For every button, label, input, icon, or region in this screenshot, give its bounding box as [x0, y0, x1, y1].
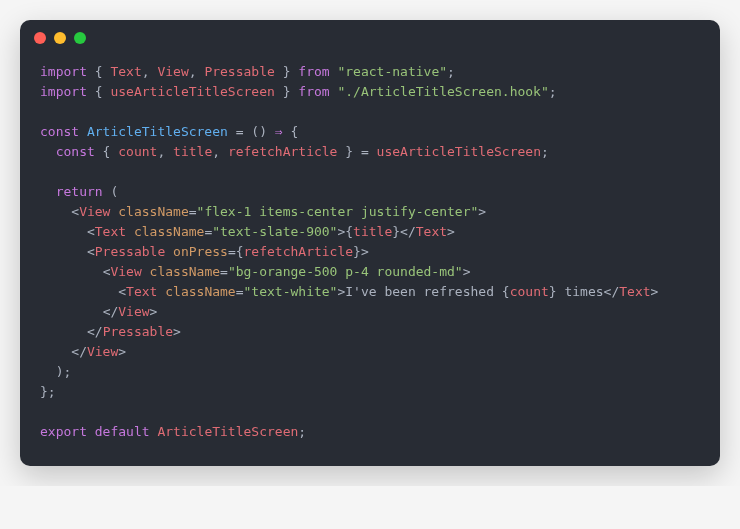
- code-line: <Pressable onPress={refetchArticle}>: [40, 242, 700, 262]
- token-pn: ,: [142, 64, 158, 79]
- token-id: count: [118, 144, 157, 159]
- token-pn: ;: [447, 64, 455, 79]
- token-tag: View: [79, 204, 110, 219]
- token-id: useArticleTitleScreen: [377, 144, 541, 159]
- code-line: <View className="bg-orange-500 p-4 round…: [40, 262, 700, 282]
- token-tagp: </: [103, 304, 119, 319]
- token-str: "flex-1 items-center justify-center": [197, 204, 479, 219]
- token-fn: ArticleTitleScreen: [87, 124, 228, 139]
- token-txt: I've been refreshed: [345, 284, 502, 299]
- token-tagp: </: [604, 284, 620, 299]
- token-pn: =: [236, 284, 244, 299]
- token-pn: [40, 264, 103, 279]
- token-tag: Text: [126, 284, 157, 299]
- code-line: [40, 102, 700, 122]
- token-kw: default: [95, 424, 150, 439]
- token-tagp: >: [150, 304, 158, 319]
- token-pn: {: [87, 64, 110, 79]
- token-pn: ={: [228, 244, 244, 259]
- token-pn: [165, 244, 173, 259]
- token-tagp: <: [87, 244, 95, 259]
- code-line: </Pressable>: [40, 322, 700, 342]
- token-tagp: >: [651, 284, 659, 299]
- token-kw: import: [40, 84, 87, 99]
- token-attr: className: [118, 204, 188, 219]
- token-id: View: [157, 64, 188, 79]
- token-pn: ,: [189, 64, 205, 79]
- code-line: import { useArticleTitleScreen } from ".…: [40, 82, 700, 102]
- token-pn: }: [353, 244, 361, 259]
- token-pn: {: [345, 224, 353, 239]
- token-pn: }: [275, 64, 298, 79]
- token-kw: import: [40, 64, 87, 79]
- token-pn: [40, 244, 87, 259]
- code-block: import { Text, View, Pressable } from "r…: [20, 56, 720, 466]
- code-line: return (: [40, 182, 700, 202]
- token-kw: from: [298, 64, 329, 79]
- token-pn: =: [220, 264, 228, 279]
- code-line: export default ArticleTitleScreen;: [40, 422, 700, 442]
- token-str: "text-slate-900": [212, 224, 337, 239]
- maximize-icon[interactable]: [74, 32, 86, 44]
- token-pn: [40, 204, 71, 219]
- token-str: "react-native": [337, 64, 447, 79]
- token-pn: ,: [157, 144, 173, 159]
- token-tagp: <: [87, 224, 95, 239]
- token-pn: [142, 264, 150, 279]
- token-attr: className: [165, 284, 235, 299]
- token-id: title: [173, 144, 212, 159]
- token-pn: {: [95, 144, 118, 159]
- token-tagp: </: [87, 324, 103, 339]
- token-pn: [40, 324, 87, 339]
- token-pn: {: [283, 124, 299, 139]
- token-id: useArticleTitleScreen: [110, 84, 274, 99]
- token-pn: }: [392, 224, 400, 239]
- token-pn: [40, 184, 56, 199]
- token-tagp: <: [118, 284, 126, 299]
- token-tagp: </: [71, 344, 87, 359]
- token-pn: }: [549, 284, 557, 299]
- token-pn: [40, 284, 118, 299]
- code-line: [40, 162, 700, 182]
- code-line: <Text className="text-white">I've been r…: [40, 282, 700, 302]
- token-tag: Pressable: [95, 244, 165, 259]
- token-pn: [79, 124, 87, 139]
- code-line: const { count, title, refetchArticle } =…: [40, 142, 700, 162]
- token-pn: [40, 144, 56, 159]
- token-pn: [40, 344, 71, 359]
- token-tagp: >: [118, 344, 126, 359]
- token-txt: times: [557, 284, 604, 299]
- token-tagp: >: [173, 324, 181, 339]
- token-pn: [40, 304, 103, 319]
- token-str: "text-white": [244, 284, 338, 299]
- token-tag: Pressable: [103, 324, 173, 339]
- token-pn: );: [40, 364, 71, 379]
- token-str: "./ArticleTitleScreen.hook": [337, 84, 548, 99]
- token-tagp: </: [400, 224, 416, 239]
- token-pn: }: [275, 84, 298, 99]
- token-id: ArticleTitleScreen: [157, 424, 298, 439]
- token-sub: refetchArticle: [244, 244, 354, 259]
- minimize-icon[interactable]: [54, 32, 66, 44]
- token-pn: [40, 224, 87, 239]
- code-line: const ArticleTitleScreen = () ⇒ {: [40, 122, 700, 142]
- token-pn: ;: [549, 84, 557, 99]
- code-line: );: [40, 362, 700, 382]
- token-pn: ,: [212, 144, 228, 159]
- token-tagp: >: [463, 264, 471, 279]
- token-tag: Text: [95, 224, 126, 239]
- token-pn: ;: [541, 144, 549, 159]
- token-id: refetchArticle: [228, 144, 338, 159]
- token-str: "bg-orange-500 p-4 rounded-md": [228, 264, 463, 279]
- token-tag: Text: [416, 224, 447, 239]
- code-line: [40, 402, 700, 422]
- close-icon[interactable]: [34, 32, 46, 44]
- token-kw: return: [56, 184, 103, 199]
- token-pn: =: [189, 204, 197, 219]
- token-id: Pressable: [204, 64, 274, 79]
- token-pn: {: [87, 84, 110, 99]
- token-pn: };: [40, 384, 56, 399]
- token-tagp: <: [71, 204, 79, 219]
- token-pn: [126, 224, 134, 239]
- token-tagp: >: [361, 244, 369, 259]
